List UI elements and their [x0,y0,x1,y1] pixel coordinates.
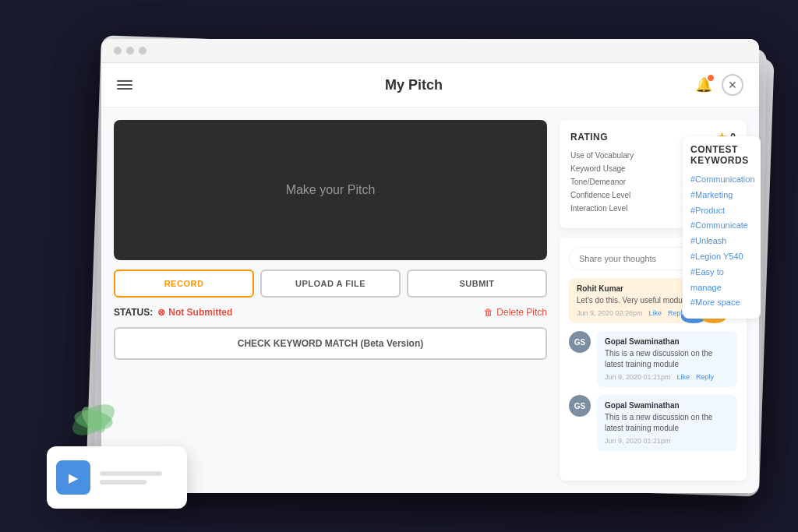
video-line-1 [100,471,162,476]
rating-title: RATING [570,132,608,143]
submit-button[interactable]: SUBMIT [407,270,547,298]
comment-item: GS Gopal Swaminathan This is a new discu… [569,395,737,451]
not-submitted-text: Not Submitted [168,307,232,318]
check-keyword-button[interactable]: CHECK KEYWORD MATCH (Beta Version) [114,327,547,360]
chrome-dot-3 [139,47,147,55]
video-placeholder-text: Make your Pitch [286,183,376,197]
status-label: STATUS: ⊗ Not Submitted [114,307,232,318]
chrome-dot-1 [114,47,122,55]
video-area: Make your Pitch [114,120,547,260]
hamburger-line-1 [117,80,132,82]
keyword-tag: #Marketing [690,188,753,203]
keyword-tag: #More space [690,295,753,311]
keyword-tag: #Communication [690,172,753,188]
header-actions: 🔔 ✕ [695,74,743,96]
upload-button[interactable]: UPLOAD A FILE [260,270,401,298]
record-button[interactable]: RECORD [114,270,254,298]
delete-pitch-button[interactable]: 🗑 Delete Pitch [484,307,547,318]
not-submitted-icon: ⊗ [157,307,165,318]
keywords-panel-overlay: CONTEST KEYWORDS #Communication #Marketi… [683,136,761,319]
play-button-card[interactable]: ▶ [56,460,90,495]
page-title: My Pitch [385,77,443,93]
hamburger-line-2 [117,84,132,86]
comment-item: GS Gopal Swaminathan This is a new discu… [569,331,737,387]
keyword-tag: #Product [690,203,753,219]
rating-label-keyword: Keyword Usage [570,164,680,173]
rating-label-tone: Tone/Demeanor [570,178,680,186]
keyword-tag: #Legion Y540 [690,249,753,265]
like-link[interactable]: Like [677,373,690,381]
app-header: My Pitch 🔔 ✕ [101,63,759,107]
not-submitted-badge: ⊗ Not Submitted [157,307,232,318]
keyword-tag: #Easy to manage [690,265,753,296]
main-content: Make your Pitch RECORD UPLOAD A FILE SUB… [101,107,759,493]
avatar: GS [569,395,591,417]
scene: My Pitch 🔔 ✕ Make your Pitch RECORD [0,0,798,532]
comment-author: Gopal Swaminathan [605,337,729,346]
like-link[interactable]: Like [649,309,662,317]
keyword-list: #Communication #Marketing #Product #Comm… [690,172,753,311]
keyword-tag: #Unleash [690,234,753,249]
comment-time: Jun 9, 2020 01:21pm [605,437,671,445]
browser-chrome [101,39,759,63]
leaf-decoration [62,389,125,454]
notification-bell[interactable]: 🔔 [695,76,712,93]
browser-window: My Pitch 🔔 ✕ Make your Pitch RECORD [101,39,759,493]
video-lines [100,471,178,484]
chrome-dot-2 [126,47,134,55]
comment-bubble: Gopal Swaminathan This is a new discussi… [597,331,737,387]
comment-bubble: Gopal Swaminathan This is a new discussi… [597,395,737,451]
hamburger-menu[interactable] [117,80,132,90]
close-button[interactable]: ✕ [722,74,743,96]
left-panel: Make your Pitch RECORD UPLOAD A FILE SUB… [114,120,547,481]
keyword-tag: #Communicate [690,218,753,234]
trash-icon: 🗑 [484,307,493,318]
keywords-title-overlay: CONTEST KEYWORDS [690,144,753,166]
comment-input[interactable] [579,254,700,263]
notification-badge [707,74,715,82]
comment-author: Gopal Swaminathan [605,401,729,410]
comment-time: Jun 9, 2020 02:26pm [577,309,643,317]
comment-time: Jun 9, 2020 01:21pm [605,373,671,381]
video-line-2 [100,480,147,484]
comment-text: This is a new discussion on the latest t… [605,412,729,434]
comment-meta: Jun 9, 2020 01:21pm [605,437,729,445]
play-icon: ▶ [69,470,78,485]
hamburger-line-3 [117,88,132,90]
status-text-label: STATUS: [114,307,153,318]
comment-text: This is a new discussion on the latest t… [605,348,729,370]
delete-pitch-label: Delete Pitch [496,307,547,318]
avatar: GS [569,331,591,353]
rating-label-vocabulary: Use of Vocabulary [570,151,680,160]
comment-meta: Jun 9, 2020 01:21pm Like Reply [605,373,729,381]
rating-label-confidence: Confidence Level [570,191,680,199]
video-preview-card: ▶ [47,446,187,509]
status-row: STATUS: ⊗ Not Submitted 🗑 Delete Pitch [114,307,547,318]
reply-link[interactable]: Reply [696,373,714,381]
action-buttons: RECORD UPLOAD A FILE SUBMIT [114,270,547,298]
rating-label-interaction: Interaction Level [570,204,680,213]
